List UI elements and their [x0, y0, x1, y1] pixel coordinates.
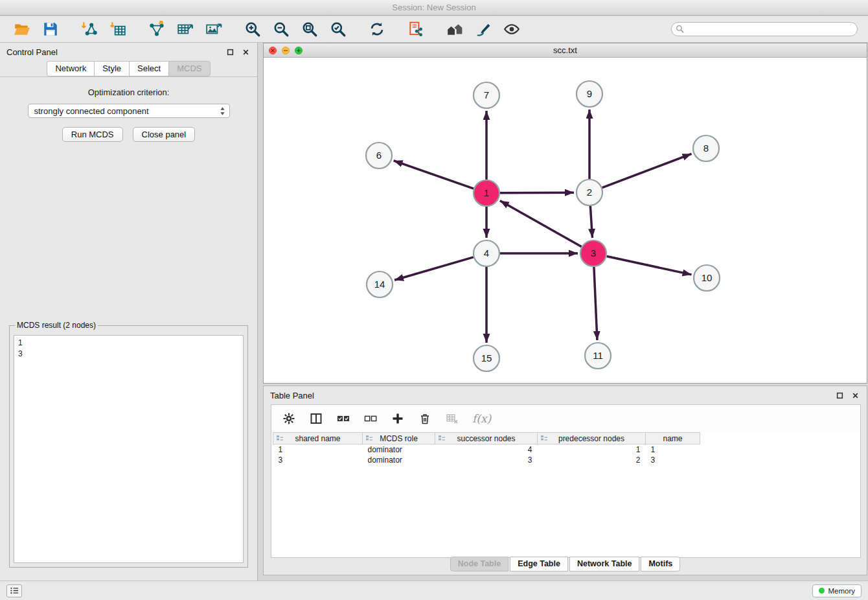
- window-zoom-icon[interactable]: [295, 47, 303, 54]
- tab-select[interactable]: Select: [129, 61, 168, 76]
- open-file-icon[interactable]: [12, 19, 32, 39]
- mcds-result-fieldset: MCDS result (2 nodes) 1 3: [9, 321, 248, 568]
- delete-rows-icon[interactable]: [418, 411, 432, 426]
- column-header-predecessor-nodes[interactable]: predecessor nodes: [538, 433, 646, 444]
- table-toolbar: f(x): [271, 405, 860, 432]
- node-table: shared name MCDS role successor nodes pr…: [273, 432, 700, 465]
- app-titlebar: Session: New Session: [0, 0, 868, 16]
- criterion-select[interactable]: strongly connected component: [28, 104, 230, 118]
- mcds-result-title: MCDS result (2 nodes): [15, 321, 98, 330]
- cell-predecessor-nodes[interactable]: 2: [538, 455, 646, 465]
- window-close-icon[interactable]: [269, 47, 277, 54]
- graph-edge-1-2[interactable]: [500, 192, 574, 193]
- control-panel: Control Panel Network Style Select MCDS …: [0, 43, 258, 581]
- column-header-mcds-role[interactable]: MCDS role: [363, 433, 435, 444]
- split-columns-icon[interactable]: [309, 411, 323, 426]
- graph-edge-3-10[interactable]: [607, 256, 692, 274]
- graph-node-14[interactable]: 14: [367, 271, 393, 297]
- zoom-out-icon[interactable]: [271, 19, 291, 39]
- close-panel-icon[interactable]: [240, 47, 251, 57]
- window-minimize-icon[interactable]: [282, 47, 290, 54]
- graph-edge-1-6[interactable]: [394, 161, 474, 189]
- graph-node-7[interactable]: 7: [474, 82, 499, 108]
- result-line: 3: [18, 349, 239, 360]
- column-header-successor-nodes[interactable]: successor nodes: [435, 433, 538, 444]
- graph-edge-3-11[interactable]: [594, 267, 597, 340]
- table-settings-icon[interactable]: [282, 411, 296, 426]
- graph-edge-4-14[interactable]: [394, 257, 474, 280]
- graph-node-3[interactable]: 3: [580, 240, 606, 266]
- network-window: scc.txt 7968124314101511: [263, 43, 867, 384]
- zoom-selected-icon[interactable]: [328, 19, 348, 39]
- cell-shared-name[interactable]: 3: [273, 455, 363, 465]
- graph-node-label: 10: [702, 272, 713, 283]
- toolbar-search: [671, 22, 858, 36]
- show-hide-icon[interactable]: [502, 19, 521, 39]
- column-header-name[interactable]: name: [646, 433, 700, 444]
- column-type-icon: [276, 435, 284, 443]
- table-row[interactable]: 1dominator411: [273, 444, 700, 455]
- copy-view-icon[interactable]: [406, 19, 426, 39]
- export-table-icon[interactable]: [176, 19, 195, 39]
- export-network-icon[interactable]: [147, 19, 166, 39]
- close-panel-button[interactable]: Close panel: [133, 127, 196, 142]
- graph-edge-2-8[interactable]: [602, 154, 692, 187]
- graph-node-6[interactable]: 6: [366, 143, 392, 168]
- annotations-icon[interactable]: [474, 19, 493, 39]
- deselect-all-rows-icon[interactable]: [363, 411, 378, 426]
- graph-node-11[interactable]: 11: [585, 343, 611, 369]
- graph-edge-3-1[interactable]: [500, 201, 582, 247]
- graph-node-2[interactable]: 2: [577, 179, 602, 205]
- cell-name[interactable]: 3: [646, 455, 700, 465]
- tab-network[interactable]: Network: [47, 61, 94, 76]
- tab-edge-table[interactable]: Edge Table: [510, 557, 568, 571]
- tab-mcds[interactable]: MCDS: [168, 61, 210, 76]
- zoom-in-icon[interactable]: [243, 19, 262, 39]
- result-line: 1: [18, 338, 239, 349]
- graph-node-8[interactable]: 8: [693, 135, 719, 161]
- first-neighbors-icon[interactable]: [445, 19, 464, 39]
- float-table-panel-icon[interactable]: [834, 390, 845, 400]
- run-mcds-button[interactable]: Run MCDS: [62, 127, 123, 142]
- cell-mcds-role[interactable]: dominator: [363, 455, 435, 465]
- graph-node-4[interactable]: 4: [474, 240, 499, 266]
- table-row[interactable]: 3dominator323: [273, 455, 700, 465]
- cell-successor-nodes[interactable]: 3: [435, 455, 538, 465]
- tab-node-table[interactable]: Node Table: [450, 557, 508, 571]
- graph-node-15[interactable]: 15: [474, 345, 499, 371]
- cell-mcds-role[interactable]: dominator: [363, 444, 435, 455]
- column-type-icon: [540, 435, 548, 443]
- control-panel-header: Control Panel: [0, 43, 257, 61]
- graph-node-1[interactable]: 1: [474, 180, 499, 206]
- memory-button[interactable]: Memory: [812, 584, 862, 597]
- tab-network-table[interactable]: Network Table: [569, 557, 640, 571]
- import-table-icon[interactable]: [108, 19, 128, 39]
- zoom-fit-icon[interactable]: [300, 19, 319, 39]
- task-history-icon[interactable]: [6, 584, 22, 597]
- search-input[interactable]: [671, 22, 858, 36]
- control-panel-tabs: Network Style Select MCDS: [0, 61, 257, 77]
- graph-node-label: 2: [587, 187, 592, 198]
- select-all-rows-icon[interactable]: [336, 411, 350, 426]
- close-table-panel-icon[interactable]: [850, 390, 860, 400]
- import-network-icon[interactable]: [80, 19, 99, 39]
- graph-node-10[interactable]: 10: [694, 265, 720, 291]
- network-canvas[interactable]: 7968124314101511: [264, 58, 867, 383]
- column-header-shared-name[interactable]: shared name: [273, 433, 363, 444]
- add-row-icon[interactable]: [391, 411, 405, 426]
- table-header-row: shared name MCDS role successor nodes pr…: [273, 433, 700, 444]
- tab-motifs[interactable]: Motifs: [641, 557, 680, 571]
- cell-successor-nodes[interactable]: 4: [435, 444, 538, 455]
- cell-name[interactable]: 1: [646, 444, 700, 455]
- export-image-icon[interactable]: [204, 19, 223, 39]
- cell-predecessor-nodes[interactable]: 1: [538, 444, 646, 455]
- float-panel-icon[interactable]: [225, 47, 235, 57]
- network-window-titlebar[interactable]: scc.txt: [264, 43, 867, 58]
- graph-node-9[interactable]: 9: [577, 81, 602, 107]
- apply-layout-icon[interactable]: [367, 19, 387, 39]
- search-icon: [676, 25, 684, 33]
- tab-style[interactable]: Style: [94, 61, 129, 76]
- graph-edge-2-3[interactable]: [590, 206, 592, 238]
- cell-shared-name[interactable]: 1: [273, 444, 363, 455]
- save-session-icon[interactable]: [41, 19, 60, 39]
